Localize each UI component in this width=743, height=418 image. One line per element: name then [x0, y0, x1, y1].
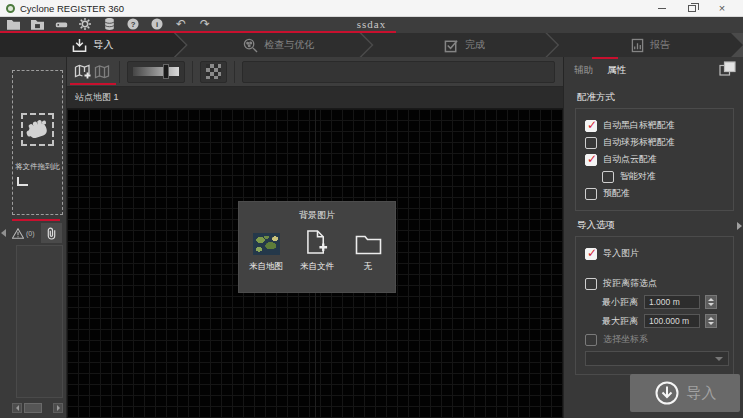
max-distance-row: 最大距离 100.000 m — [602, 314, 729, 328]
app-window: Cyclone REGISTER 360 × ? i ↶ ↷ — [0, 0, 743, 418]
active-tab-underline — [70, 83, 116, 85]
preregistration-checkbox[interactable] — [585, 188, 597, 200]
import-circle-arrow-icon — [654, 380, 680, 406]
add-sitemap-tab[interactable] — [72, 63, 92, 81]
file-sidebar: 将文件拖到此 (0) — [0, 57, 67, 418]
scroll-left-button[interactable] — [12, 403, 22, 413]
bg-option-from-map[interactable]: 来自地图 — [242, 229, 290, 273]
min-distance-stepper[interactable] — [705, 295, 717, 309]
background-image-panel: 背景图片 来自地图 来自文件 — [239, 202, 395, 292]
issues-tab[interactable]: (0) — [10, 226, 37, 241]
import-icon — [72, 38, 87, 53]
checkbox-row-preregistration[interactable]: 预配准 — [585, 187, 729, 200]
checkbox-row-filter-distance[interactable]: 按距离筛选点 — [585, 277, 729, 290]
sidebar-collapse-arrow-icon[interactable] — [1, 229, 6, 237]
sitemap-title-bar: 站点地图 1 — [67, 87, 563, 109]
world-map-icon — [253, 233, 280, 255]
opacity-slider[interactable] — [133, 67, 179, 76]
attachments-tab[interactable] — [41, 223, 62, 243]
registration-section-title: 配准方式 — [577, 91, 734, 104]
window-controls: × — [647, 0, 737, 16]
scroll-right-button[interactable] — [53, 403, 63, 413]
sitemap-workspace: 站点地图 1 背景图片 来自地图 来 — [67, 57, 563, 418]
bw-target-checkbox[interactable] — [585, 120, 597, 132]
map-icon — [94, 65, 110, 79]
step-report[interactable]: 报告 — [547, 33, 743, 57]
coordinate-system-dropdown[interactable] — [585, 351, 729, 366]
sidebar-underline — [12, 219, 60, 221]
min-distance-row: 最小距离 1.000 m — [602, 295, 729, 309]
bg-option-none[interactable]: 无 — [344, 229, 392, 273]
scroll-right-icon — [57, 405, 60, 411]
sphere-target-checkbox[interactable] — [585, 137, 597, 149]
step-import[interactable]: 导入 — [0, 33, 186, 57]
header-toolbar: ? i ↶ ↷ ssdax — [0, 17, 743, 33]
titlebar: Cyclone REGISTER 360 × — [0, 0, 743, 17]
scroll-left-icon — [16, 405, 19, 411]
map-plus-icon — [74, 64, 91, 79]
tab-assist[interactable]: 辅助 — [574, 64, 593, 77]
import-button[interactable]: 导入 — [630, 374, 740, 412]
min-distance-input[interactable]: 1.000 m — [644, 295, 700, 309]
sitemap-canvas: 背景图片 来自地图 来自文件 — [67, 109, 563, 418]
active-panel-tab-underline — [592, 57, 618, 59]
dropzone-label: 将文件拖到此 — [15, 162, 60, 172]
panel-tabs: 辅助 属性 — [564, 57, 743, 83]
warning-icon — [12, 228, 24, 239]
cloud-registration-checkbox[interactable] — [585, 154, 597, 166]
minimize-button[interactable] — [647, 0, 677, 16]
bg-option-from-file[interactable]: 来自文件 — [293, 229, 341, 273]
step-review-optimize[interactable]: 检查与优化 — [176, 33, 372, 57]
coordinate-system-checkbox[interactable] — [585, 334, 597, 346]
import-images-checkbox[interactable] — [585, 248, 597, 260]
sitemap-tab-2[interactable] — [92, 63, 112, 81]
close-button[interactable]: × — [707, 0, 737, 16]
import-options-title: 导入选项 — [577, 219, 734, 232]
filter-distance-checkbox[interactable] — [585, 278, 597, 290]
workflow-stepbar: 导入 检查与优化 完成 报告 — [0, 33, 743, 57]
checkbox-row-import-images[interactable]: 导入图片 — [585, 247, 729, 260]
properties-panel: 辅助 属性 配准方式 自动黑白标靶配准 自动球形标靶配准 — [563, 57, 743, 418]
restore-icon — [688, 5, 696, 12]
toolbar-spacer-panel — [242, 61, 555, 83]
panel-expand-arrow-icon[interactable] — [737, 222, 742, 230]
sitemap-toolbar — [67, 57, 563, 87]
smart-align-checkbox[interactable] — [602, 171, 614, 183]
sidebar-tool-tabs: (0) — [10, 223, 64, 243]
scrollbar-thumb[interactable] — [24, 403, 42, 413]
empty-folder-icon — [355, 234, 382, 255]
checkbox-row-cloud[interactable]: 自动点云配准 — [585, 153, 729, 166]
paperclip-icon — [46, 227, 57, 240]
grab-hand-icon — [20, 113, 54, 145]
step-finalize[interactable]: 完成 — [362, 33, 558, 57]
close-icon: × — [719, 2, 725, 14]
checkbox-row-sphere-target[interactable]: 自动球形标靶配准 — [585, 136, 729, 149]
transparency-checker-icon[interactable] — [206, 64, 221, 79]
registration-group: 自动黑白标靶配准 自动球形标靶配准 自动点云配准 智能对准 — [575, 108, 734, 211]
file-list-panel — [16, 245, 63, 398]
import-options-group: 导入图片 按距离筛选点 最小距离 1.000 m 最大距离 100.000 — [575, 236, 734, 375]
sitemap-label: 站点地图 1 — [75, 91, 119, 104]
slider-handle[interactable] — [163, 64, 169, 79]
sidebar-hscrollbar — [12, 401, 63, 414]
background-panel-title: 背景图片 — [239, 209, 395, 222]
point-size-group — [127, 61, 185, 83]
checkbox-row-bw-target[interactable]: 自动黑白标靶配准 — [585, 119, 729, 132]
app-title: Cyclone REGISTER 360 — [20, 3, 124, 14]
checkbox-row-coordinate-system[interactable]: 选择坐标系 — [585, 333, 729, 346]
issues-count: (0) — [26, 230, 35, 237]
project-name: ssdax — [0, 18, 743, 30]
app-logo-icon — [6, 4, 15, 13]
finalize-icon — [444, 38, 459, 53]
chevron-down-icon — [715, 357, 723, 361]
max-distance-input[interactable]: 100.000 m — [644, 314, 700, 328]
tab-properties[interactable]: 属性 — [607, 64, 626, 77]
file-plus-icon — [306, 229, 329, 255]
file-dropzone[interactable]: 将文件拖到此 — [12, 70, 63, 215]
review-optimize-icon — [243, 38, 258, 53]
layered-panels-icon[interactable] — [719, 61, 736, 80]
max-distance-stepper[interactable] — [705, 314, 717, 328]
drag-target-box — [21, 113, 54, 146]
checkbox-row-smart-align[interactable]: 智能对准 — [602, 170, 729, 183]
restore-button[interactable] — [677, 0, 707, 16]
